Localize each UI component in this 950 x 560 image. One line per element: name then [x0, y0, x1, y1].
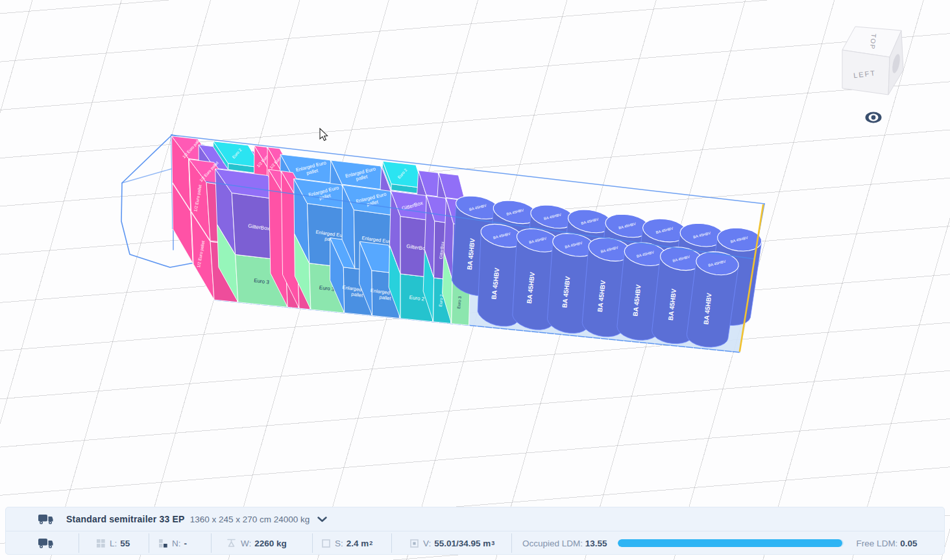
- mouse-cursor: [319, 128, 330, 145]
- scale-icon: [226, 539, 236, 548]
- stat-loads: L:55: [97, 539, 143, 548]
- stat-volume: V:55.01/34.95 m3: [410, 539, 506, 548]
- divider: [79, 533, 79, 553]
- 3d-viewport[interactable]: 1/2 Euro palletGitterBoxEuro 21/2 Euro p…: [0, 0, 950, 560]
- divider: [211, 533, 212, 553]
- vehicle-selector[interactable]: Standard semitrailer 33 EP 1360 x 245 x …: [6, 507, 944, 531]
- eye-icon: [864, 109, 883, 126]
- grid-icon: [97, 539, 105, 548]
- view-cube[interactable]: TOP LEFT: [836, 23, 908, 100]
- stat-weight: W:2260 kg: [226, 539, 307, 548]
- stat-area: S:2.4 m2: [322, 539, 386, 548]
- area-icon: [322, 539, 330, 548]
- load-planner-app: 1/2 Euro palletGitterBoxEuro 21/2 Euro p…: [0, 0, 950, 560]
- divider: [511, 533, 512, 553]
- chevron-down-icon[interactable]: [317, 517, 327, 522]
- stacked-boxes-icon: [159, 539, 167, 548]
- truck-icon: [38, 513, 55, 525]
- divider: [149, 533, 149, 553]
- divider: [312, 533, 313, 553]
- stat-stacks: N:-: [159, 539, 206, 548]
- vehicle-name: Standard semitrailer 33 EP: [66, 514, 185, 524]
- truck-icon: [38, 537, 55, 549]
- ldm-progress-bar: [618, 539, 844, 547]
- vehicle-panel: Standard semitrailer 33 EP 1360 x 245 x …: [5, 507, 945, 555]
- trailer-load-3d-scene[interactable]: 1/2 Euro palletGitterBoxEuro 21/2 Euro p…: [0, 0, 950, 560]
- visibility-toggle-button[interactable]: [864, 109, 883, 126]
- vehicle-specs: 1360 x 245 x 270 cm 24000 kg: [190, 515, 310, 524]
- ldm-progress-fill: [618, 539, 843, 547]
- occupied-ldm: Occupied LDM: 13.55: [522, 539, 607, 548]
- divider: [391, 533, 392, 553]
- stats-bar: L:55 N:- W:2260 kg S:2.: [6, 531, 944, 555]
- free-ldm: Free LDM: 0.05: [857, 539, 918, 548]
- volume-icon: [410, 539, 419, 548]
